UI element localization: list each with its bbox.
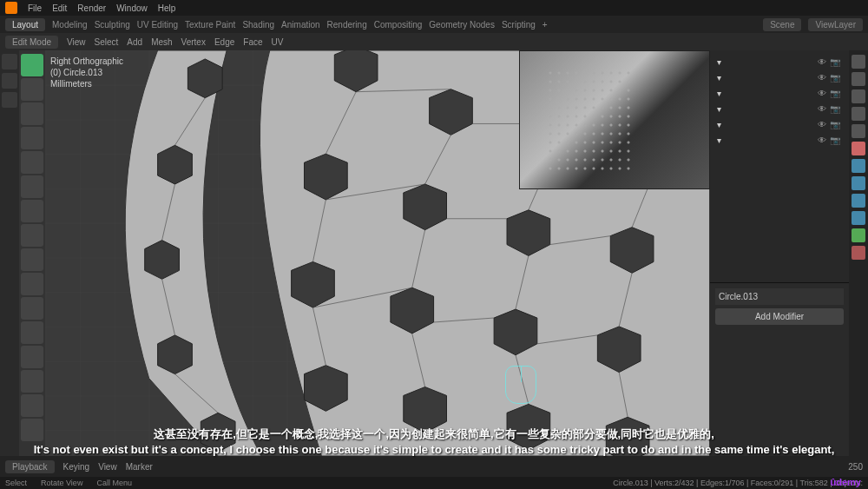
svg-marker-2 <box>158 145 193 184</box>
scene-selector[interactable]: Scene <box>763 18 801 31</box>
tool-knife[interactable] <box>21 346 43 368</box>
menu-edge[interactable]: Edge <box>214 37 234 47</box>
tool-scale[interactable] <box>21 151 43 174</box>
tool-rotate[interactable] <box>21 127 43 149</box>
tab-output-icon[interactable] <box>852 72 865 86</box>
tab-modifier-icon[interactable] <box>852 159 865 173</box>
svg-marker-3 <box>145 241 180 280</box>
outliner-item[interactable]: ▾👁📷 <box>713 85 845 101</box>
tab-geonodes[interactable]: Geometry Nodes <box>429 20 495 30</box>
properties-tabs <box>849 50 868 456</box>
udemy-logo: ûdemy <box>831 477 861 487</box>
tool-bevel[interactable] <box>21 297 43 320</box>
status-menu: Call Menu <box>96 479 132 487</box>
outliner-list[interactable]: ▾👁📷 ▾👁📷 ▾👁📷 ▾👁📷 ▾👁📷 ▾👁📷 <box>710 50 849 282</box>
tool-transform[interactable] <box>21 175 43 198</box>
status-select: Select <box>5 479 27 487</box>
outliner-panel: ▾👁📷 ▾👁📷 ▾👁📷 ▾👁📷 ▾👁📷 ▾👁📷 Circle.013 Add M… <box>710 50 849 456</box>
menu-mesh[interactable]: Mesh <box>151 37 172 47</box>
viewlayer-selector[interactable]: ViewLayer <box>808 18 863 31</box>
tab-data-icon[interactable] <box>852 228 865 242</box>
properties-panel: Circle.013 Add Modifier <box>710 282 849 456</box>
status-stats: Circle.013 | Verts:2/432 | Edges:1/706 |… <box>613 479 863 487</box>
top-menu-bar: File Edit Render Window Help <box>0 0 868 16</box>
outliner-item[interactable]: ▾👁📷 <box>713 132 845 148</box>
header-toolbar-left <box>0 50 19 456</box>
tab-scripting[interactable]: Scripting <box>502 20 536 30</box>
tab-view-icon[interactable] <box>852 89 865 103</box>
tool-move[interactable] <box>21 102 43 125</box>
tab-scene-icon[interactable] <box>852 107 865 121</box>
outliner-item[interactable]: ▾👁📷 <box>713 54 845 69</box>
frame-end[interactable]: 250 <box>848 462 863 472</box>
tab-layout[interactable]: Layout <box>5 18 45 31</box>
tab-particle-icon[interactable] <box>852 176 865 190</box>
menu-uv[interactable]: UV <box>272 37 284 47</box>
menu-vertex[interactable]: Vertex <box>181 37 206 47</box>
add-modifier-button[interactable]: Add Modifier <box>715 308 844 325</box>
cursor-icon[interactable] <box>2 54 17 69</box>
svg-marker-1 <box>187 59 222 98</box>
tab-sculpting[interactable]: Sculpting <box>95 20 130 30</box>
menu-help[interactable]: Help <box>158 3 176 13</box>
tab-render-icon[interactable] <box>852 55 865 69</box>
timeline[interactable]: Playback Keying View Marker 250 <box>0 456 868 477</box>
tl-view[interactable]: View <box>98 462 117 472</box>
tl-marker[interactable]: Marker <box>126 462 153 472</box>
status-bar: Select Rotate View Call Menu Circle.013 … <box>0 477 868 489</box>
tool-measure[interactable] <box>21 224 43 247</box>
mode-dropdown[interactable]: Edit Mode <box>5 36 58 49</box>
tab-constraint-icon[interactable] <box>852 211 865 225</box>
blender-logo-icon <box>5 2 17 14</box>
tab-texture[interactable]: Texture Paint <box>185 20 235 30</box>
tl-keying[interactable]: Keying <box>63 462 90 472</box>
tool-spin[interactable] <box>21 394 43 417</box>
viewport-info: Right Orthographic (0) Circle.013 Millim… <box>50 56 123 89</box>
tool-extrude[interactable] <box>21 248 43 271</box>
menu-add[interactable]: Add <box>127 37 142 47</box>
menu-render[interactable]: Render <box>77 3 106 13</box>
svg-marker-4 <box>158 335 193 374</box>
tab-object-icon[interactable] <box>852 142 865 155</box>
tool-annotate[interactable] <box>21 200 43 222</box>
mouse-hint-icon <box>505 366 536 404</box>
status-rotate: Rotate View <box>41 479 82 487</box>
outliner-item[interactable]: ▾👁📷 <box>713 101 845 116</box>
svg-marker-21 <box>606 417 649 456</box>
tab-world-icon[interactable] <box>852 124 865 138</box>
outliner-item[interactable]: ▾👁📷 <box>713 116 845 132</box>
viewport-3d[interactable]: Right Orthographic (0) Circle.013 Millim… <box>45 50 710 456</box>
tab-animation[interactable]: Animation <box>281 20 319 30</box>
tab-rendering[interactable]: Rendering <box>327 20 367 30</box>
tool-select[interactable] <box>21 54 43 76</box>
tab-material-icon[interactable] <box>852 246 865 260</box>
toolbar-left <box>19 50 45 456</box>
move-icon[interactable] <box>2 92 17 108</box>
outliner-item[interactable]: ▾👁📷 <box>713 69 845 85</box>
mode-bar: Edit Mode View Select Add Mesh Vertex Ed… <box>0 33 868 50</box>
tab-shading[interactable]: Shading <box>242 20 274 30</box>
menu-view[interactable]: View <box>67 37 86 47</box>
menu-select[interactable]: Select <box>95 37 119 47</box>
menu-file[interactable]: File <box>28 3 42 13</box>
menu-face[interactable]: Face <box>243 37 262 47</box>
tool-inset[interactable] <box>21 273 43 295</box>
reference-image <box>519 50 710 189</box>
tab-add[interactable]: + <box>542 20 548 30</box>
tool-smooth[interactable] <box>21 419 43 441</box>
workspace-tabs: Layout Modeling Sculpting UV Editing Tex… <box>0 16 868 33</box>
tool-cursor[interactable] <box>21 78 43 101</box>
playback-dropdown[interactable]: Playback <box>5 460 55 473</box>
tool-poly[interactable] <box>21 370 43 393</box>
props-object-name: Circle.013 <box>715 288 844 305</box>
tab-compositing[interactable]: Compositing <box>374 20 423 30</box>
svg-marker-5 <box>201 413 235 452</box>
tool-loopcut[interactable] <box>21 321 43 344</box>
menu-edit[interactable]: Edit <box>52 3 67 13</box>
select-icon[interactable] <box>2 73 17 89</box>
menu-window[interactable]: Window <box>116 3 148 13</box>
tab-uv[interactable]: UV Editing <box>137 20 178 30</box>
tab-modeling[interactable]: Modeling <box>52 20 88 30</box>
tab-physics-icon[interactable] <box>852 194 865 208</box>
